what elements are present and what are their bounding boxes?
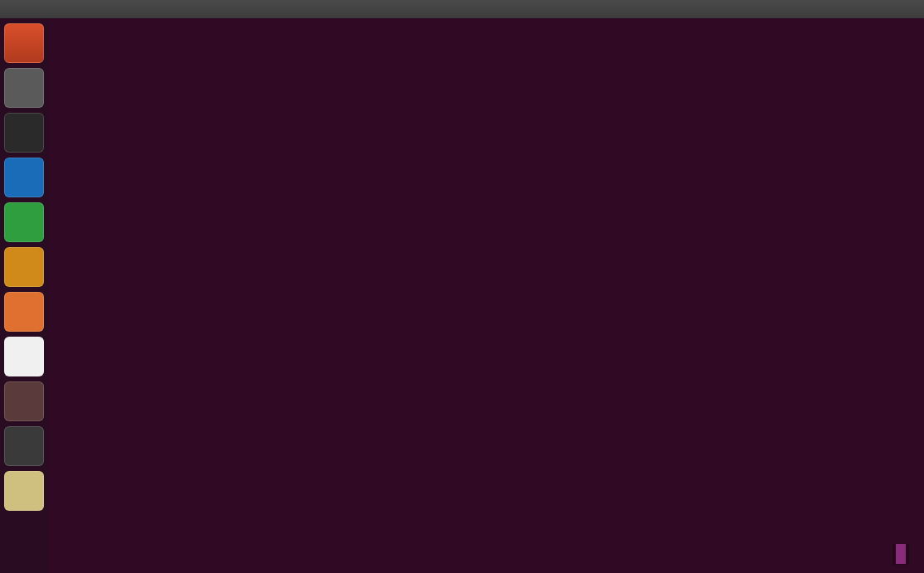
files-icon[interactable]	[4, 68, 44, 108]
terminal-output[interactable]	[48, 18, 924, 573]
watermark	[893, 544, 909, 565]
software-center-icon[interactable]	[4, 292, 44, 332]
terminal-launcher-icon[interactable]	[4, 426, 44, 466]
writer-icon[interactable]	[4, 158, 44, 197]
unity-launcher	[0, 18, 48, 573]
impress-icon[interactable]	[4, 247, 44, 287]
amazon-icon[interactable]	[4, 337, 44, 376]
firefox-icon[interactable]	[4, 113, 44, 153]
help-icon[interactable]	[4, 471, 44, 511]
watermark-how	[896, 544, 906, 564]
settings-icon[interactable]	[4, 381, 44, 421]
dash-icon[interactable]	[4, 23, 44, 63]
window-titlebar	[0, 0, 924, 18]
calc-icon[interactable]	[4, 202, 44, 242]
